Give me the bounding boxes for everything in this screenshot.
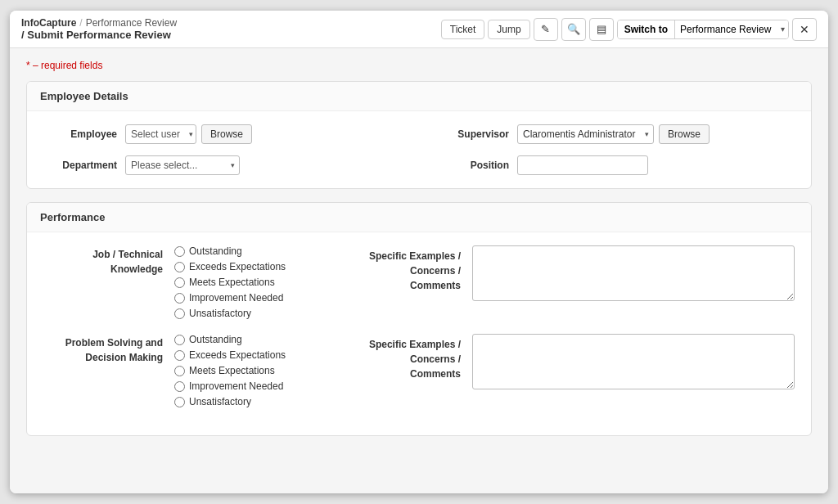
position-label: Position <box>435 160 509 171</box>
switch-select-wrap: Performance Review <box>675 20 788 38</box>
select-user-wrap: Select user <box>125 124 196 144</box>
section-name: Performance Review <box>86 17 177 29</box>
radio-label-outstanding-2: Outstanding <box>189 334 242 345</box>
search-icon: 🔍 <box>567 23 580 35</box>
radio-improvement-1[interactable] <box>174 293 185 304</box>
specific-label-2: Specific Examples /Concerns /Comments <box>322 334 469 381</box>
switch-to-label: Switch to <box>618 20 675 38</box>
perf-radio-2: Outstanding Exceeds Expectations Meets E… <box>174 334 322 407</box>
switch-select[interactable]: Performance Review <box>675 20 788 38</box>
perf-radio-1: Outstanding Exceeds Expectations Meets E… <box>174 245 322 319</box>
radio-outstanding-2[interactable] <box>174 335 185 345</box>
perf-row-2: Problem Solving andDecision Making Outst… <box>43 334 795 407</box>
main-content: * – required fields Employee Details Emp… <box>10 48 828 493</box>
employee-row: Employee Select user Browse <box>43 124 403 144</box>
comments-textarea-1[interactable] <box>472 245 795 301</box>
dept-select-wrap: Please select... <box>125 155 240 175</box>
list-item[interactable]: Unsatisfactory <box>174 308 322 319</box>
radio-label-exceeds-2: Exceeds Expectations <box>189 349 286 361</box>
perf-row-1: Job / TechnicalKnowledge Outstanding Exc… <box>43 245 795 319</box>
employee-controls: Select user Browse <box>125 124 252 144</box>
perf-label-2: Problem Solving andDecision Making <box>43 334 174 365</box>
select-user-dropdown[interactable]: Select user <box>125 124 196 144</box>
employee-label: Employee <box>43 128 117 140</box>
radio-unsatisfactory-2[interactable] <box>174 397 185 407</box>
radio-label-outstanding-1: Outstanding <box>189 245 242 257</box>
switch-to-group: Switch to Performance Review <box>617 20 789 39</box>
list-item[interactable]: Outstanding <box>174 245 322 257</box>
position-controls <box>517 155 648 175</box>
chart-icon: ▤ <box>597 23 606 35</box>
supervisor-browse-button[interactable]: Browse <box>659 124 710 144</box>
comments-textarea-2[interactable] <box>472 334 795 389</box>
required-note: * – required fields <box>26 60 812 71</box>
wrench-button[interactable]: ✕ <box>792 18 817 41</box>
list-item[interactable]: Exceeds Expectations <box>174 261 322 272</box>
department-label: Department <box>43 160 117 171</box>
radio-improvement-2[interactable] <box>174 381 185 392</box>
sep1: / <box>79 17 82 29</box>
breadcrumb-area: InfoCapture / Performance Review / Submi… <box>21 17 436 41</box>
list-item[interactable]: Improvement Needed <box>174 380 322 392</box>
department-row: Department Please select... <box>43 155 403 175</box>
list-item[interactable]: Meets Expectations <box>174 277 322 288</box>
ticket-button[interactable]: Ticket <box>441 20 485 39</box>
department-controls: Please select... <box>125 155 240 175</box>
position-row: Position <box>435 155 795 175</box>
supervisor-select[interactable]: Claromentis Administrator <box>517 124 654 144</box>
radio-label-improvement-1: Improvement Needed <box>189 292 283 304</box>
radio-meets-1[interactable] <box>174 277 185 288</box>
main-window: InfoCapture / Performance Review / Submi… <box>10 11 828 493</box>
list-item[interactable]: Outstanding <box>174 334 322 345</box>
performance-body: Job / TechnicalKnowledge Outstanding Exc… <box>27 232 811 435</box>
perf-label-1: Job / TechnicalKnowledge <box>43 245 174 277</box>
supervisor-controls: Claromentis Administrator Browse <box>517 124 710 144</box>
breadcrumb-top: InfoCapture / Performance Review <box>21 17 436 29</box>
app-name: InfoCapture <box>21 17 76 29</box>
comments-cell-1 <box>469 245 795 304</box>
chart-icon-button[interactable]: ▤ <box>589 18 614 41</box>
department-select[interactable]: Please select... <box>125 155 240 175</box>
radio-label-exceeds-1: Exceeds Expectations <box>189 261 286 272</box>
edit-icon-button[interactable]: ✎ <box>534 18 558 41</box>
employee-details-section: Employee Details Employee Select user Br… <box>26 81 812 189</box>
edit-icon: ✎ <box>541 23 550 35</box>
radio-label-unsatisfactory-2: Unsatisfactory <box>189 396 251 407</box>
search-icon-button[interactable]: 🔍 <box>561 18 586 41</box>
header-actions: Ticket Jump ✎ 🔍 ▤ Switch to Performance … <box>441 18 817 41</box>
radio-exceeds-1[interactable] <box>174 262 185 272</box>
radio-label-meets-2: Meets Expectations <box>189 365 275 376</box>
list-item[interactable]: Exceeds Expectations <box>174 349 322 361</box>
radio-label-unsatisfactory-1: Unsatisfactory <box>189 308 251 319</box>
supervisor-select-wrap: Claromentis Administrator <box>517 124 654 144</box>
performance-title: Performance <box>27 203 811 232</box>
performance-section: Performance Job / TechnicalKnowledge Out… <box>26 202 812 436</box>
supervisor-label: Supervisor <box>435 128 509 140</box>
employee-browse-button[interactable]: Browse <box>201 124 252 144</box>
position-input[interactable] <box>517 155 648 175</box>
list-item[interactable]: Unsatisfactory <box>174 396 322 407</box>
employee-form-grid: Employee Select user Browse Super <box>43 124 795 175</box>
specific-label-1: Specific Examples /Concerns /Comments <box>322 245 469 293</box>
jump-button[interactable]: Jump <box>488 20 529 39</box>
radio-outstanding-1[interactable] <box>174 246 185 257</box>
radio-exceeds-2[interactable] <box>174 350 185 361</box>
radio-label-meets-1: Meets Expectations <box>189 277 275 288</box>
employee-details-title: Employee Details <box>27 82 811 111</box>
page-title: / Submit Performance Review <box>21 29 436 41</box>
list-item[interactable]: Meets Expectations <box>174 365 322 376</box>
list-item[interactable]: Improvement Needed <box>174 292 322 304</box>
comments-cell-2 <box>469 334 795 392</box>
employee-details-body: Employee Select user Browse Super <box>27 111 811 188</box>
supervisor-row: Supervisor Claromentis Administrator Bro… <box>435 124 795 144</box>
radio-label-improvement-2: Improvement Needed <box>189 380 283 392</box>
wrench-icon: ✕ <box>800 23 809 36</box>
header: InfoCapture / Performance Review / Submi… <box>10 11 828 48</box>
radio-meets-2[interactable] <box>174 366 185 376</box>
radio-unsatisfactory-1[interactable] <box>174 308 185 319</box>
